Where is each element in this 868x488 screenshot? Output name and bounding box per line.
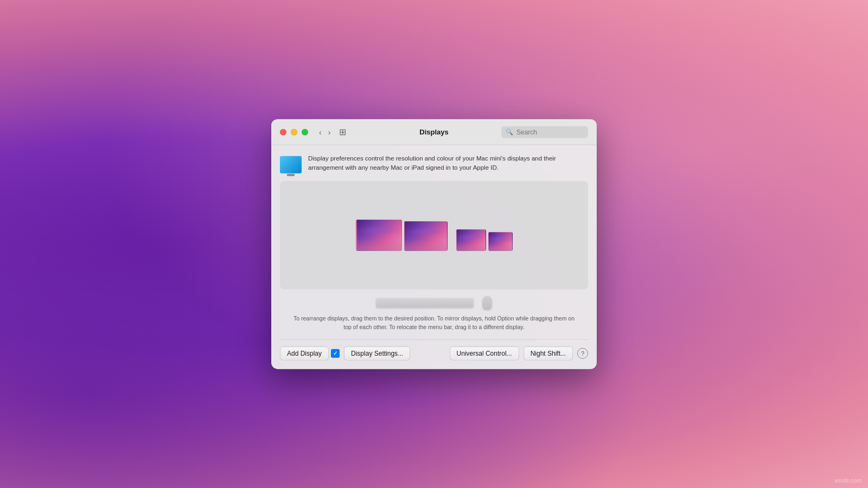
display-thumb-4[interactable]: karen's iPad (2) (488, 232, 513, 251)
mouse-icon (482, 296, 492, 310)
help-button[interactable]: ? (577, 348, 588, 358)
info-text: Display preferences control the resoluti… (308, 154, 588, 173)
maximize-button[interactable] (302, 129, 308, 135)
universal-control-button[interactable]: Universal Control... (450, 346, 519, 360)
hint-text: To rearrange displays, drag them to the … (280, 314, 588, 332)
forward-button[interactable]: › (326, 126, 333, 137)
night-shift-button[interactable]: Night Shift... (524, 346, 573, 360)
search-icon: 🔍 (506, 129, 513, 136)
display-screen-3 (456, 229, 486, 251)
display-screen-4 (488, 232, 513, 251)
add-display-wrapper: Add Display ✓ (280, 346, 340, 360)
displays-container: karen's iPad (2) (356, 220, 513, 251)
right-buttons: Universal Control... Night Shift... ? (450, 346, 588, 360)
search-bar[interactable]: 🔍 (501, 126, 588, 138)
display-screen-1 (356, 220, 402, 251)
display-screen-2 (404, 221, 448, 251)
bottom-bar: Add Display ✓ Display Settings... Univer… (280, 339, 588, 360)
nav-arrows: ‹ › (317, 126, 333, 137)
window-content: Display preferences control the resoluti… (271, 145, 597, 369)
add-display-button[interactable]: Add Display (280, 346, 329, 360)
keyboard-icon (376, 298, 474, 308)
window-title: Displays (419, 128, 448, 136)
checkbox-check-icon: ✓ (333, 350, 337, 356)
display-icon (280, 156, 302, 174)
traffic-lights (280, 129, 308, 135)
watermark: wsxdn.com (834, 478, 861, 484)
close-button[interactable] (280, 129, 286, 135)
display-settings-button[interactable]: Display Settings... (344, 346, 410, 360)
displays-window: ‹ › ⊞ Displays 🔍 Display preferences con… (271, 119, 597, 369)
search-input[interactable] (516, 128, 584, 136)
grid-button[interactable]: ⊞ (337, 126, 348, 138)
back-button[interactable]: ‹ (317, 126, 324, 137)
add-display-checkbox[interactable]: ✓ (331, 349, 340, 357)
display-thumb-3[interactable] (456, 229, 486, 251)
info-row: Display preferences control the resoluti… (280, 154, 588, 174)
minimize-button[interactable] (291, 129, 297, 135)
keyboard-area (280, 296, 588, 310)
display-thumb-2[interactable] (404, 221, 448, 251)
displays-area: karen's iPad (2) (280, 181, 588, 290)
titlebar: ‹ › ⊞ Displays 🔍 (271, 119, 597, 145)
display-thumb-1[interactable] (356, 220, 402, 251)
